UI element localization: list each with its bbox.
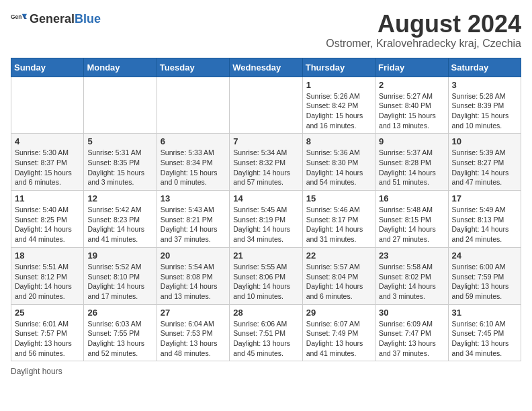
calendar-cell: 16Sunrise: 5:48 AM Sunset: 8:15 PM Dayli… (375, 191, 448, 248)
header: Gen GeneralBlue August 2024 Ostromer, Kr… (11, 11, 521, 50)
day-info: Sunrise: 5:55 AM Sunset: 8:06 PM Dayligh… (233, 262, 298, 302)
calendar-cell: 7Sunrise: 5:34 AM Sunset: 8:32 PM Daylig… (230, 134, 302, 191)
day-number: 8 (306, 136, 371, 146)
calendar-header-monday: Monday (84, 58, 157, 77)
day-number: 18 (15, 250, 80, 261)
day-number: 5 (87, 136, 152, 146)
day-info: Sunrise: 5:43 AM Sunset: 8:21 PM Dayligh… (161, 205, 226, 244)
month-year: August 2024 (326, 11, 521, 38)
day-info: Sunrise: 6:10 AM Sunset: 7:45 PM Dayligh… (452, 319, 517, 359)
day-info: Sunrise: 6:01 AM Sunset: 7:57 PM Dayligh… (15, 319, 80, 359)
day-info: Sunrise: 5:40 AM Sunset: 8:25 PM Dayligh… (15, 205, 80, 244)
calendar-cell: 18Sunrise: 5:51 AM Sunset: 8:12 PM Dayli… (11, 247, 84, 304)
day-info: Sunrise: 5:58 AM Sunset: 8:02 PM Dayligh… (379, 262, 444, 302)
calendar-cell: 12Sunrise: 5:42 AM Sunset: 8:23 PM Dayli… (84, 191, 157, 248)
calendar-cell: 1Sunrise: 5:26 AM Sunset: 8:42 PM Daylig… (302, 77, 375, 134)
calendar-cell: 14Sunrise: 5:45 AM Sunset: 8:19 PM Dayli… (230, 191, 302, 248)
day-info: Sunrise: 6:09 AM Sunset: 7:47 PM Dayligh… (379, 319, 444, 359)
calendar-cell: 19Sunrise: 5:52 AM Sunset: 8:10 PM Dayli… (84, 247, 157, 304)
day-info: Sunrise: 5:48 AM Sunset: 8:15 PM Dayligh… (379, 205, 444, 244)
day-info: Sunrise: 5:28 AM Sunset: 8:39 PM Dayligh… (452, 91, 517, 131)
calendar-cell: 17Sunrise: 5:49 AM Sunset: 8:13 PM Dayli… (448, 191, 521, 248)
day-number: 27 (161, 308, 226, 318)
calendar-cell (11, 77, 84, 134)
day-number: 6 (161, 136, 226, 146)
calendar-cell: 27Sunrise: 6:04 AM Sunset: 7:53 PM Dayli… (157, 304, 229, 361)
location: Ostromer, Kralovehradecky kraj, Czechia (326, 38, 521, 50)
calendar-header-friday: Friday (375, 58, 448, 77)
day-number: 20 (161, 250, 226, 261)
day-number: 28 (233, 308, 298, 318)
calendar-cell: 15Sunrise: 5:46 AM Sunset: 8:17 PM Dayli… (302, 191, 375, 248)
calendar-cell: 30Sunrise: 6:09 AM Sunset: 7:47 PM Dayli… (375, 304, 448, 361)
day-number: 11 (15, 193, 80, 203)
footer-note: Daylight hours (11, 367, 521, 376)
calendar-cell: 4Sunrise: 5:30 AM Sunset: 8:37 PM Daylig… (11, 134, 84, 191)
calendar-cell: 25Sunrise: 6:01 AM Sunset: 7:57 PM Dayli… (11, 304, 84, 361)
calendar-cell: 21Sunrise: 5:55 AM Sunset: 8:06 PM Dayli… (230, 247, 302, 304)
calendar-cell: 31Sunrise: 6:10 AM Sunset: 7:45 PM Dayli… (448, 304, 521, 361)
day-number: 21 (233, 250, 298, 261)
day-info: Sunrise: 5:27 AM Sunset: 8:40 PM Dayligh… (379, 91, 444, 131)
calendar: SundayMondayTuesdayWednesdayThursdayFrid… (11, 58, 521, 362)
calendar-cell: 22Sunrise: 5:57 AM Sunset: 8:04 PM Dayli… (302, 247, 375, 304)
calendar-header-tuesday: Tuesday (157, 58, 229, 77)
day-number: 26 (87, 308, 152, 318)
day-info: Sunrise: 5:57 AM Sunset: 8:04 PM Dayligh… (306, 262, 371, 302)
day-info: Sunrise: 5:54 AM Sunset: 8:08 PM Dayligh… (161, 262, 226, 302)
calendar-header-saturday: Saturday (448, 58, 521, 77)
calendar-cell: 28Sunrise: 6:06 AM Sunset: 7:51 PM Dayli… (230, 304, 302, 361)
calendar-cell: 20Sunrise: 5:54 AM Sunset: 8:08 PM Dayli… (157, 247, 229, 304)
day-info: Sunrise: 5:33 AM Sunset: 8:34 PM Dayligh… (161, 148, 226, 187)
day-number: 4 (15, 136, 80, 146)
day-number: 24 (452, 250, 517, 261)
day-number: 29 (306, 308, 371, 318)
day-number: 25 (15, 308, 80, 318)
day-info: Sunrise: 5:34 AM Sunset: 8:32 PM Dayligh… (233, 148, 298, 187)
calendar-cell: 8Sunrise: 5:36 AM Sunset: 8:30 PM Daylig… (302, 134, 375, 191)
day-info: Sunrise: 5:49 AM Sunset: 8:13 PM Dayligh… (452, 205, 517, 244)
svg-text:Gen: Gen (11, 13, 21, 20)
calendar-cell (230, 77, 302, 134)
day-number: 3 (452, 80, 517, 90)
day-info: Sunrise: 5:51 AM Sunset: 8:12 PM Dayligh… (15, 262, 80, 302)
day-number: 22 (306, 250, 371, 261)
day-number: 9 (379, 136, 444, 146)
calendar-header-wednesday: Wednesday (230, 58, 302, 77)
day-info: Sunrise: 5:36 AM Sunset: 8:30 PM Dayligh… (306, 148, 371, 187)
calendar-cell: 10Sunrise: 5:39 AM Sunset: 8:27 PM Dayli… (448, 134, 521, 191)
calendar-cell: 5Sunrise: 5:31 AM Sunset: 8:35 PM Daylig… (84, 134, 157, 191)
calendar-cell: 3Sunrise: 5:28 AM Sunset: 8:39 PM Daylig… (448, 77, 521, 134)
day-info: Sunrise: 5:37 AM Sunset: 8:28 PM Dayligh… (379, 148, 444, 187)
day-info: Sunrise: 6:06 AM Sunset: 7:51 PM Dayligh… (233, 319, 298, 359)
day-number: 1 (306, 80, 371, 90)
day-number: 14 (233, 193, 298, 203)
calendar-week-4: 18Sunrise: 5:51 AM Sunset: 8:12 PM Dayli… (11, 247, 521, 304)
day-number: 23 (379, 250, 444, 261)
day-info: Sunrise: 5:52 AM Sunset: 8:10 PM Dayligh… (87, 262, 152, 302)
day-info: Sunrise: 5:39 AM Sunset: 8:27 PM Dayligh… (452, 148, 517, 187)
calendar-header-sunday: Sunday (11, 58, 84, 77)
day-number: 7 (233, 136, 298, 146)
calendar-week-1: 1Sunrise: 5:26 AM Sunset: 8:42 PM Daylig… (11, 77, 521, 134)
logo-icon: Gen (11, 11, 27, 27)
title-area: August 2024 Ostromer, Kralovehradecky kr… (326, 11, 521, 50)
calendar-week-3: 11Sunrise: 5:40 AM Sunset: 8:25 PM Dayli… (11, 191, 521, 248)
day-number: 19 (87, 250, 152, 261)
calendar-cell: 29Sunrise: 6:07 AM Sunset: 7:49 PM Dayli… (302, 304, 375, 361)
calendar-cell: 26Sunrise: 6:03 AM Sunset: 7:55 PM Dayli… (84, 304, 157, 361)
logo: Gen GeneralBlue (11, 11, 101, 27)
calendar-header-thursday: Thursday (302, 58, 375, 77)
calendar-cell (157, 77, 229, 134)
day-info: Sunrise: 5:46 AM Sunset: 8:17 PM Dayligh… (306, 205, 371, 244)
calendar-cell: 11Sunrise: 5:40 AM Sunset: 8:25 PM Dayli… (11, 191, 84, 248)
calendar-cell: 2Sunrise: 5:27 AM Sunset: 8:40 PM Daylig… (375, 77, 448, 134)
day-info: Sunrise: 5:26 AM Sunset: 8:42 PM Dayligh… (306, 91, 371, 131)
day-number: 13 (161, 193, 226, 203)
logo-general-text: General (30, 12, 75, 26)
day-info: Sunrise: 6:07 AM Sunset: 7:49 PM Dayligh… (306, 319, 371, 359)
day-number: 15 (306, 193, 371, 203)
day-number: 16 (379, 193, 444, 203)
calendar-cell: 9Sunrise: 5:37 AM Sunset: 8:28 PM Daylig… (375, 134, 448, 191)
day-number: 10 (452, 136, 517, 146)
